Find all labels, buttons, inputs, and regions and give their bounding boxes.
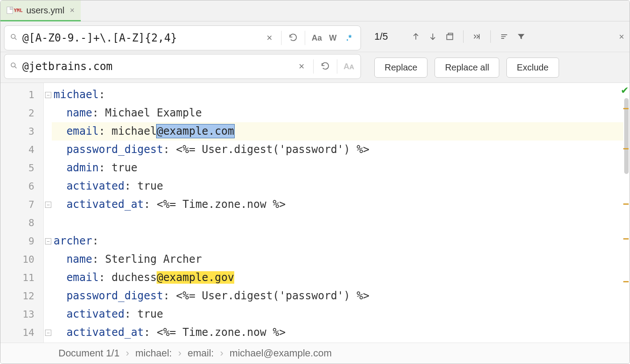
code-area[interactable]: michael: name: Michael Example email: mi… xyxy=(52,83,623,343)
code-line[interactable]: activated_at: <%= Time.zone.now %> xyxy=(52,323,623,342)
fold-toggle-icon[interactable]: – xyxy=(45,330,51,336)
find-tools: 1/5 × xyxy=(361,21,630,52)
gutter: 1234567891011121314 xyxy=(0,83,44,343)
code-line[interactable]: password_digest: <%= User.digest('passwo… xyxy=(52,287,623,305)
regex-toggle[interactable]: .* xyxy=(341,30,357,46)
close-search-icon[interactable]: × xyxy=(619,32,624,42)
find-options-icon[interactable] xyxy=(497,29,511,44)
close-tab-icon[interactable]: × xyxy=(70,6,75,15)
code-line[interactable]: password_digest: <%= User.digest('passwo… xyxy=(52,141,623,159)
occurrence-marker[interactable] xyxy=(623,148,629,149)
chevron-right-icon: › xyxy=(178,347,181,359)
replace-row: @jetbrains.com × Aᴀ Replace Replace all … xyxy=(0,52,630,83)
code-line[interactable]: name: Sterling Archer xyxy=(52,250,623,269)
next-match-icon[interactable] xyxy=(426,29,440,44)
breadcrumb-item[interactable]: michael@example.com xyxy=(230,347,332,359)
replace-query-text: @jetbrains.com xyxy=(21,60,294,73)
tab-bar: YML users.yml × xyxy=(0,0,630,21)
occurrence-marker[interactable] xyxy=(623,203,629,205)
select-all-occurrences-icon[interactable] xyxy=(443,29,457,44)
find-query-text: @[A-Z0-9.-]+\.[A-Z]{2,4} xyxy=(21,32,261,44)
fold-toggle-icon[interactable]: – xyxy=(45,202,51,208)
code-line[interactable]: activated_at: <%= Time.zone.now %> xyxy=(52,195,623,214)
clear-find-icon[interactable]: × xyxy=(261,30,278,46)
preserve-case-toggle[interactable]: Aᴀ xyxy=(341,58,357,74)
find-row: @[A-Z0-9.-]+\.[A-Z]{2,4} × Aa W .* 1/5 × xyxy=(0,21,630,52)
breadcrumb-item[interactable]: michael: xyxy=(135,347,172,359)
code-line[interactable]: activated: true xyxy=(52,177,623,195)
code-line[interactable]: name: Michael Example xyxy=(52,104,623,122)
code-line[interactable]: admin: true xyxy=(52,159,623,177)
exclude-button[interactable]: Exclude xyxy=(506,58,559,78)
svg-rect-4 xyxy=(447,35,452,40)
code-line[interactable]: archer: xyxy=(52,232,623,250)
editor-window: YML users.yml × @[A-Z0-9.-]+\.[A-Z]{2,4}… xyxy=(0,0,630,364)
replace-input-box[interactable]: @jetbrains.com × Aᴀ xyxy=(4,54,361,79)
code-line[interactable]: activated: true xyxy=(52,305,623,323)
selected-match: @example.com xyxy=(157,124,234,138)
file-tab[interactable]: YML users.yml × xyxy=(0,0,81,21)
svg-line-11 xyxy=(15,66,17,68)
breadcrumb-item[interactable]: email: xyxy=(188,347,214,359)
fold-column: –––– xyxy=(44,83,52,343)
replace-all-button[interactable]: Replace all xyxy=(435,58,499,78)
svg-line-1 xyxy=(15,38,17,40)
breadcrumb[interactable]: Document 1/1 › michael: › email: › micha… xyxy=(0,343,630,364)
code-editor[interactable]: 1234567891011121314 –––– michael: name: … xyxy=(0,83,630,343)
replace-buttons: Replace Replace all Exclude xyxy=(361,53,630,82)
marker-stripe: ✔ xyxy=(623,83,630,343)
history-icon[interactable] xyxy=(317,58,333,74)
code-line[interactable]: michael: xyxy=(52,86,623,104)
breadcrumb-document[interactable]: Document 1/1 xyxy=(58,347,120,359)
search-icon xyxy=(8,33,21,43)
code-line[interactable]: email: michael@example.com xyxy=(52,122,623,141)
search-icon xyxy=(8,62,21,72)
occurrence-marker[interactable] xyxy=(623,108,629,109)
svg-point-0 xyxy=(11,34,15,38)
chevron-right-icon: › xyxy=(220,347,223,359)
code-line[interactable]: email: duchess@example.gov xyxy=(52,269,623,287)
filter-icon[interactable] xyxy=(514,29,528,44)
add-selection-icon[interactable] xyxy=(470,29,484,44)
fold-toggle-icon[interactable]: – xyxy=(45,238,51,244)
chevron-right-icon: › xyxy=(126,347,129,359)
fold-toggle-icon[interactable]: – xyxy=(45,92,51,98)
svg-point-10 xyxy=(11,63,15,67)
svg-rect-5 xyxy=(448,33,452,35)
match-highlight: @example.gov xyxy=(157,271,234,284)
find-input-box[interactable]: @[A-Z0-9.-]+\.[A-Z]{2,4} × Aa W .* xyxy=(4,25,361,50)
inspection-ok-icon: ✔ xyxy=(621,85,629,96)
history-icon[interactable] xyxy=(285,30,301,46)
tab-label: users.yml xyxy=(26,5,65,16)
clear-replace-icon[interactable]: × xyxy=(294,58,310,74)
replace-button[interactable]: Replace xyxy=(374,58,427,78)
yml-file-icon: YML xyxy=(7,7,23,14)
scrollbar-thumb[interactable] xyxy=(624,98,629,174)
prev-match-icon[interactable] xyxy=(409,29,423,44)
match-case-toggle[interactable]: Aa xyxy=(309,30,325,46)
match-count: 1/5 xyxy=(374,31,388,42)
occurrence-marker[interactable] xyxy=(623,281,629,282)
occurrence-marker[interactable] xyxy=(623,238,629,240)
code-line[interactable] xyxy=(52,214,623,232)
words-toggle[interactable]: W xyxy=(325,30,341,46)
